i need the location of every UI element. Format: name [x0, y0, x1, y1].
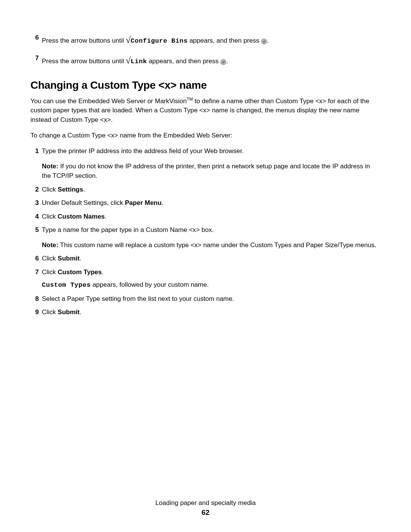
checkmark-icon: √: [126, 35, 131, 45]
step-number: 4: [30, 212, 39, 222]
bold-custom-names: Custom Names: [58, 213, 105, 220]
step-7: 7 Click Custom Types. Custom Types appea…: [30, 267, 381, 290]
step-number: 1: [30, 146, 39, 156]
step-body: Type the printer IP address into the add…: [42, 146, 381, 181]
page-footer: Loading paper and specialty media 62: [0, 499, 411, 517]
post: .: [162, 199, 164, 206]
document-page: 6 Press the arrow buttons until √Configu…: [0, 0, 411, 317]
step-body: Click Custom Types. Custom Types appears…: [42, 267, 381, 290]
step-2: 2 Click Settings.: [30, 185, 381, 195]
step-1: 1 Type the printer IP address into the a…: [30, 146, 381, 181]
pre: Click: [42, 308, 58, 316]
step-text-prefix: Press the arrow buttons until: [42, 58, 126, 65]
post: .: [105, 213, 107, 220]
step-6: 6 Click Submit.: [30, 254, 381, 264]
intro-paragraph-1: You can use the Embedded Web Server or M…: [30, 96, 381, 125]
step-body: Select a Paper Type setting from the lis…: [42, 294, 381, 304]
bold-paper-menu: Paper Menu: [125, 199, 161, 206]
step-9: 9 Click Submit.: [30, 307, 381, 317]
step-text: Select a Paper Type setting from the lis…: [42, 294, 381, 304]
step-number: 2: [30, 185, 39, 195]
trademark-symbol: TM: [187, 97, 193, 101]
pre: Click: [42, 213, 58, 220]
footer-page-number: 62: [0, 508, 411, 517]
step-body: Click Settings.: [42, 185, 381, 195]
checkmark-icon: √: [126, 56, 131, 66]
footer-section-title: Loading paper and specialty media: [0, 499, 411, 507]
pre: Click: [42, 186, 58, 193]
pre: Click: [42, 255, 58, 262]
sub-text: appears, followed by your custom name.: [91, 281, 209, 288]
note-label: Note:: [42, 241, 58, 249]
step-number: 6: [30, 33, 39, 43]
step-text: Type the printer IP address into the add…: [42, 146, 381, 156]
top-step-7: 7 Press the arrow buttons until √Link ap…: [30, 53, 381, 67]
step-body: Click Submit.: [42, 254, 381, 264]
step-number: 8: [30, 294, 39, 304]
post: .: [80, 308, 81, 316]
pre: Click: [42, 268, 58, 276]
intro1-a: You can use the Embedded Web Server or M…: [30, 97, 187, 105]
step-8: 8 Select a Paper Type setting from the l…: [30, 294, 381, 304]
post: .: [102, 268, 104, 276]
step-number: 9: [30, 307, 39, 317]
step-body: Press the arrow buttons until √Link appe…: [42, 53, 381, 67]
step-body: Click Submit.: [42, 307, 381, 317]
bold-submit: Submit: [58, 255, 80, 262]
intro-paragraph-2: To change a Custom Type <x> name from th…: [30, 131, 381, 141]
bold-settings: Settings: [58, 186, 83, 193]
period: .: [267, 37, 269, 44]
step-body: Type a name for the paper type in a Cust…: [42, 225, 381, 250]
note-label: Note:: [42, 163, 58, 170]
step-configure-bins: Configure Bins: [131, 37, 188, 45]
step-text-suffix: appears, and then press: [188, 37, 261, 44]
step-body: Press the arrow buttons until √Configure…: [42, 33, 381, 46]
step-text-prefix: Press the arrow buttons until: [42, 37, 126, 44]
step-link: Link: [131, 58, 147, 65]
post: .: [83, 186, 85, 193]
step-body: Under Default Settings, click Paper Menu…: [42, 198, 381, 208]
step-number: 7: [30, 53, 39, 63]
step-3: 3 Under Default Settings, click Paper Me…: [30, 198, 381, 208]
step-text-suffix: appears, and then press: [147, 58, 220, 65]
step-number: 5: [30, 225, 39, 235]
step-number: 7: [30, 267, 39, 277]
ok-button-icon: [220, 59, 226, 65]
note-text: If you do not know the IP address of the…: [42, 163, 370, 180]
step-number: 3: [30, 198, 39, 208]
mono-custom-types: Custom Types: [42, 281, 91, 289]
step-text: Type a name for the paper type in a Cust…: [42, 225, 381, 235]
bold-custom-types: Custom Types: [58, 268, 102, 276]
note-text: This custom name will replace a custom t…: [58, 241, 376, 249]
numbered-steps: 1 Type the printer IP address into the a…: [30, 146, 381, 317]
step-5: 5 Type a name for the paper type in a Cu…: [30, 225, 381, 250]
ok-button-icon: [261, 38, 267, 45]
step-number: 6: [30, 254, 39, 264]
bold-submit: Submit: [58, 308, 80, 316]
step-body: Click Custom Names.: [42, 212, 381, 222]
post: .: [80, 255, 81, 262]
section-heading: Changing a Custom Type <x> name: [30, 79, 381, 91]
period: .: [226, 58, 228, 65]
pre: Under Default Settings, click: [42, 199, 125, 206]
step-4: 4 Click Custom Names.: [30, 212, 381, 222]
top-step-6: 6 Press the arrow buttons until √Configu…: [30, 33, 381, 46]
